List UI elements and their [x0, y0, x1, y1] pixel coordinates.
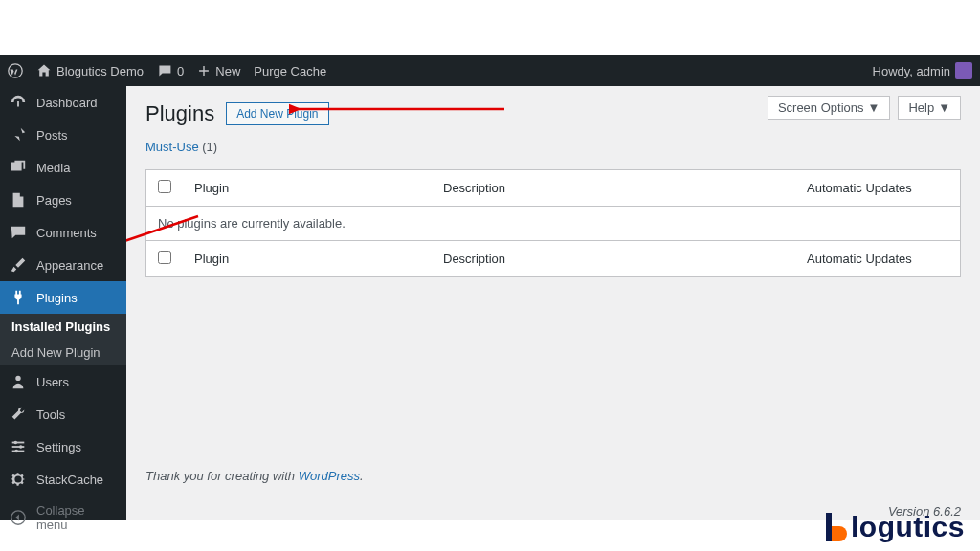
- col-description[interactable]: Description: [432, 241, 795, 277]
- howdy-text: Howdy, admin: [873, 64, 950, 78]
- add-new-plugin-button[interactable]: Add New Plugin: [226, 102, 328, 125]
- svg-point-0: [9, 64, 22, 77]
- new-content-link[interactable]: New: [197, 64, 240, 78]
- blogutics-logo: logutics: [826, 511, 965, 543]
- gear-icon: [10, 471, 27, 488]
- col-plugin[interactable]: Plugin: [183, 170, 432, 207]
- footer-text: Thank you for creating with: [145, 469, 299, 483]
- site-home-link[interactable]: Blogutics Demo: [36, 63, 144, 78]
- sidebar-item-appearance[interactable]: Appearance: [0, 249, 126, 281]
- sidebar-item-users[interactable]: Users: [0, 365, 126, 398]
- purge-cache-link[interactable]: Purge Cache: [254, 64, 326, 78]
- submenu-label: Installed Plugins: [11, 320, 110, 334]
- sidebar-item-plugins[interactable]: Plugins: [0, 281, 126, 314]
- help-label: Help: [908, 100, 934, 115]
- sidebar-item-label: Posts: [36, 128, 68, 143]
- table-header-row: Plugin Description Automatic Updates: [146, 170, 961, 207]
- purge-label: Purge Cache: [254, 64, 326, 78]
- filter-label: Must-Use: [145, 140, 199, 154]
- wordpress-link[interactable]: WordPress: [299, 469, 360, 483]
- chevron-down-icon: ▼: [938, 100, 950, 115]
- filter-must-use[interactable]: Must-Use: [145, 140, 199, 154]
- comment-icon: [10, 224, 27, 241]
- tools-icon: [10, 406, 27, 423]
- select-all-bottom[interactable]: [158, 251, 171, 264]
- sidebar-item-settings[interactable]: Settings: [0, 430, 126, 463]
- submenu-add-new[interactable]: Add New Plugin: [0, 340, 126, 365]
- home-icon: [36, 63, 52, 78]
- collapse-menu[interactable]: Collapse menu: [0, 496, 126, 540]
- blank-top: [0, 0, 980, 55]
- plugins-table: Plugin Description Automatic Updates No …: [145, 169, 961, 277]
- svg-point-7: [14, 450, 18, 453]
- brush-icon: [10, 256, 27, 274]
- comment-count: 0: [177, 64, 184, 78]
- users-icon: [10, 373, 27, 390]
- svg-point-1: [15, 376, 20, 381]
- avatar: [955, 62, 972, 79]
- collapse-icon: [10, 509, 27, 526]
- page-icon: [10, 191, 27, 209]
- screen-options-button[interactable]: Screen Options ▼: [768, 96, 890, 120]
- admin-bar: Blogutics Demo 0 New Purge Cache Howdy, …: [0, 55, 980, 86]
- svg-point-6: [19, 445, 23, 449]
- pin-icon: [10, 126, 27, 143]
- sidebar-item-label: Users: [36, 375, 69, 389]
- filter-links: Must-Use (1): [145, 140, 961, 154]
- col-updates[interactable]: Automatic Updates: [795, 170, 961, 207]
- plus-icon: [197, 64, 211, 77]
- no-items-text: No plugins are currently available.: [146, 207, 961, 241]
- site-name: Blogutics Demo: [56, 64, 144, 78]
- submenu-label: Add New Plugin: [11, 345, 100, 360]
- sidebar-item-comments[interactable]: Comments: [0, 216, 126, 249]
- sidebar-item-label: StackCache: [36, 473, 103, 487]
- content-area: Screen Options ▼ Help ▼ Plugins Add New …: [126, 86, 980, 520]
- table-footer-row: Plugin Description Automatic Updates: [146, 241, 961, 277]
- wordpress-icon: [8, 63, 23, 78]
- comment-bubble-icon: [157, 63, 172, 78]
- logo-b-mark: [826, 513, 849, 541]
- sidebar-item-pages[interactable]: Pages: [0, 184, 126, 216]
- select-all-top[interactable]: [158, 180, 171, 193]
- logo-text: logutics: [851, 511, 965, 543]
- sidebar-item-label: Pages: [36, 193, 72, 208]
- wp-logo[interactable]: [8, 63, 23, 78]
- col-updates[interactable]: Automatic Updates: [795, 241, 961, 277]
- sidebar-item-label: Plugins: [36, 291, 78, 305]
- new-label: New: [215, 64, 240, 78]
- sidebar-item-stackcache[interactable]: StackCache: [0, 463, 126, 496]
- help-button[interactable]: Help ▼: [898, 96, 961, 120]
- sidebar-item-label: Settings: [36, 440, 81, 454]
- sidebar-item-label: Collapse menu: [36, 503, 117, 532]
- screen-options-label: Screen Options: [778, 100, 864, 115]
- dashboard-icon: [10, 94, 27, 111]
- howdy-link[interactable]: Howdy, admin: [873, 62, 972, 79]
- plug-icon: [10, 289, 27, 306]
- no-items-row: No plugins are currently available.: [146, 207, 961, 241]
- media-icon: [10, 159, 27, 176]
- col-description[interactable]: Description: [432, 170, 795, 207]
- sidebar-item-media[interactable]: Media: [0, 151, 126, 184]
- sidebar-item-label: Appearance: [36, 258, 103, 273]
- sidebar-item-dashboard[interactable]: Dashboard: [0, 86, 126, 119]
- page-title: Plugins: [145, 101, 214, 126]
- comments-link[interactable]: 0: [157, 63, 184, 78]
- sidebar-item-label: Dashboard: [36, 96, 98, 110]
- plugins-submenu: Installed Plugins Add New Plugin: [0, 314, 126, 365]
- admin-sidebar: Dashboard Posts Media Pages Comments App…: [0, 86, 126, 520]
- sidebar-item-label: Media: [36, 161, 70, 175]
- sidebar-item-label: Comments: [36, 226, 97, 240]
- col-plugin[interactable]: Plugin: [183, 241, 432, 277]
- chevron-down-icon: ▼: [868, 100, 880, 115]
- filter-count: (1): [202, 140, 217, 154]
- sidebar-item-tools[interactable]: Tools: [0, 398, 126, 430]
- sidebar-item-label: Tools: [36, 408, 65, 422]
- settings-icon: [10, 438, 27, 455]
- svg-point-5: [14, 441, 18, 445]
- sidebar-item-posts[interactable]: Posts: [0, 119, 126, 151]
- footer-thank-you: Thank you for creating with WordPress.: [145, 469, 961, 483]
- submenu-installed-plugins[interactable]: Installed Plugins: [0, 314, 126, 340]
